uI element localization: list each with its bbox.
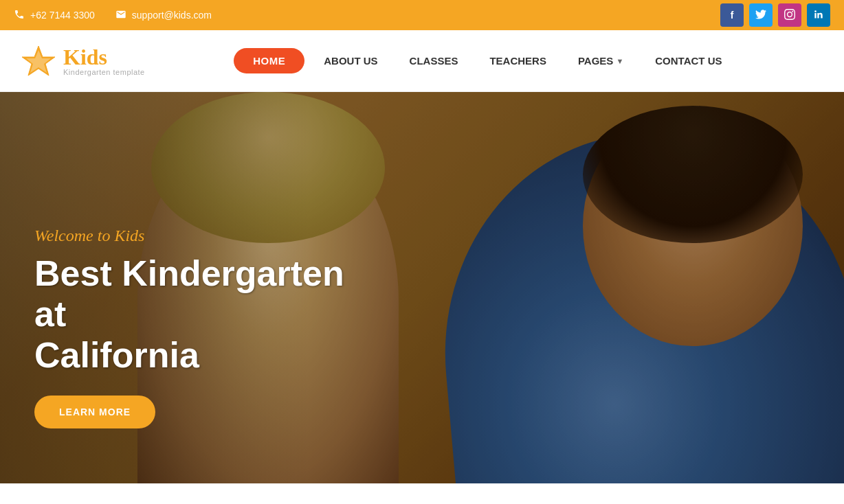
email-address: support@kids.com [132, 10, 212, 21]
email-contact: support@kids.com [115, 9, 212, 22]
hero-content: Welcome to Kids Best Kindergarten at Cal… [34, 227, 378, 428]
linkedin-icon [813, 9, 824, 22]
site-header: Kids Kindergarten template HOME ABOUT US… [0, 30, 844, 92]
phone-contact: +62 7144 3300 [14, 9, 95, 22]
chevron-down-icon: ▼ [616, 57, 623, 65]
hero-title-line2: California [34, 335, 199, 375]
top-bar: +62 7144 3300 support@kids.com f [0, 0, 844, 30]
nav-pages-dropdown[interactable]: PAGES ▼ [566, 48, 636, 73]
nav-classes-link[interactable]: CLASSES [397, 48, 471, 73]
twitter-icon [755, 10, 766, 21]
linkedin-link[interactable] [807, 3, 830, 27]
phone-icon [14, 9, 25, 22]
instagram-icon [784, 9, 795, 22]
logo[interactable]: Kids Kindergarten template [21, 43, 145, 79]
hero-welcome-text: Welcome to Kids [34, 227, 378, 245]
logo-text: Kids Kindergarten template [63, 46, 145, 76]
social-links: f [720, 3, 830, 27]
nav-pages-label: PAGES [578, 55, 613, 67]
hero-title-line1: Best Kindergarten at [34, 253, 344, 334]
twitter-link[interactable] [749, 3, 773, 27]
instagram-link[interactable] [778, 3, 801, 27]
phone-number: +62 7144 3300 [30, 10, 95, 21]
nav-home-button[interactable]: HOME [234, 48, 304, 73]
logo-brand: Kids [63, 46, 145, 68]
main-nav: HOME ABOUT US CLASSES TEACHERS PAGES ▼ C… [145, 48, 823, 73]
learn-more-button[interactable]: LEARN MORE [34, 396, 155, 428]
nav-contact-link[interactable]: CONTACT US [643, 48, 734, 73]
nav-about-link[interactable]: ABOUT US [311, 48, 390, 73]
hero-section: Welcome to Kids Best Kindergarten at Cal… [0, 92, 844, 483]
star-logo-icon [21, 43, 56, 79]
top-bar-contact: +62 7144 3300 support@kids.com [14, 9, 212, 22]
facebook-link[interactable]: f [720, 3, 744, 27]
facebook-icon: f [731, 10, 734, 21]
nav-teachers-link[interactable]: TEACHERS [477, 48, 559, 73]
hero-title: Best Kindergarten at California [34, 253, 378, 376]
logo-subtitle: Kindergarten template [63, 68, 145, 76]
email-icon [115, 9, 126, 22]
